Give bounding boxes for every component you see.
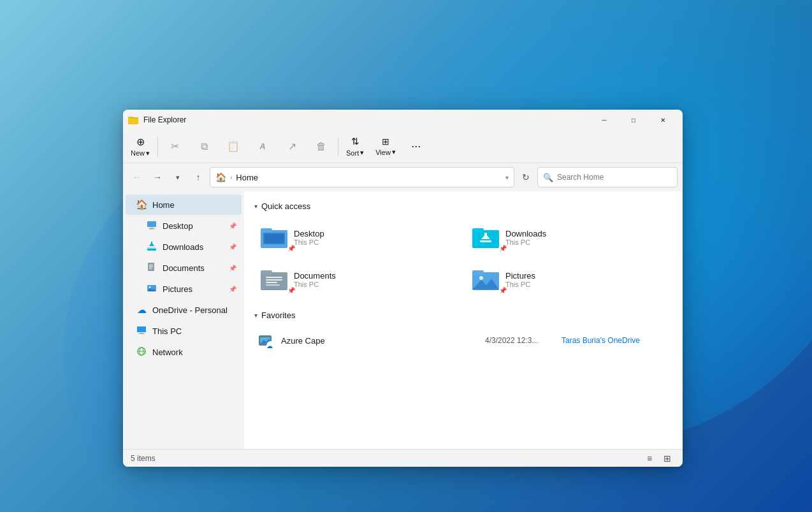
- cut-button[interactable]: ✂: [161, 133, 189, 161]
- sidebar-item-pictures[interactable]: Pictures 📌: [126, 279, 242, 299]
- network-icon: [136, 346, 147, 358]
- favorites-chevron[interactable]: ▾: [254, 312, 257, 319]
- sidebar-item-documents[interactable]: Documents 📌: [126, 258, 242, 278]
- title-bar-icon: [128, 115, 138, 125]
- copy-icon: ⧉: [201, 141, 208, 152]
- pictures-nav-icon: [146, 283, 157, 295]
- desktop-icon: [146, 220, 157, 232]
- paste-button[interactable]: 📋: [219, 133, 247, 161]
- view-toggles: ≡ ⊞: [642, 451, 675, 466]
- status-bar: 5 items ≡ ⊞: [123, 449, 683, 467]
- favorites-header: ▾ Favorites: [254, 311, 672, 320]
- documents-folder-icon: [261, 266, 287, 293]
- svg-rect-34: [484, 233, 487, 239]
- sidebar: 🏠 Home Desktop 📌 Downloads 📌: [123, 191, 244, 449]
- fav-date-azure-cape: 4/3/2022 12:3...: [485, 336, 555, 345]
- view-button[interactable]: ⊞ View ▾: [370, 133, 401, 161]
- delete-button[interactable]: 🗑: [307, 133, 335, 161]
- sidebar-item-home[interactable]: 🏠 Home: [126, 194, 242, 215]
- svg-rect-35: [480, 240, 491, 242]
- favorites-label: Favorites: [261, 311, 295, 320]
- favorites-list: ☁ Azure Cape 4/3/2022 12:3... Taras Buri…: [254, 328, 672, 353]
- list-view-button[interactable]: ≡: [642, 451, 657, 466]
- svg-rect-7: [147, 249, 156, 251]
- copy-button[interactable]: ⧉: [190, 133, 218, 161]
- sidebar-item-desktop[interactable]: Desktop 📌: [126, 216, 242, 236]
- svg-rect-5: [149, 228, 155, 229]
- up-button[interactable]: ↑: [189, 168, 207, 186]
- svg-point-16: [149, 286, 151, 288]
- folder-item-documents[interactable]: Documents This PC 📌: [254, 261, 461, 298]
- sidebar-item-network[interactable]: Network: [126, 342, 242, 362]
- close-button[interactable]: ✕: [648, 110, 678, 130]
- share-icon: ↗: [288, 140, 296, 152]
- back-button[interactable]: ←: [128, 168, 146, 186]
- svg-rect-9: [151, 242, 152, 246]
- fav-azure-cape-icon: ☁: [257, 332, 275, 349]
- share-button[interactable]: ↗: [278, 133, 306, 161]
- svg-text:☁: ☁: [266, 342, 273, 349]
- svg-rect-39: [266, 277, 282, 278]
- item-count: 5 items: [131, 454, 156, 463]
- forward-button[interactable]: →: [149, 168, 166, 186]
- home-icon: 🏠: [136, 199, 147, 210]
- quick-access-header: ▾ Quick access: [254, 201, 672, 211]
- sidebar-label-downloads: Downloads: [163, 242, 224, 252]
- desktop-folder-pin: 📌: [287, 245, 295, 252]
- maximize-button[interactable]: □: [619, 110, 648, 130]
- sidebar-item-downloads[interactable]: Downloads 📌: [126, 237, 242, 257]
- sort-dropdown-arrow: ▾: [360, 149, 364, 157]
- desktop-folder-name: Desktop: [294, 229, 454, 238]
- folder-item-downloads[interactable]: Downloads This PC 📌: [466, 219, 672, 256]
- sidebar-item-thispc[interactable]: This PC: [126, 321, 242, 341]
- svg-rect-41: [266, 282, 277, 283]
- pictures-folder-name: Pictures: [505, 271, 666, 281]
- desktop-folder-sub: This PC: [294, 238, 454, 246]
- sidebar-label-pictures: Pictures: [163, 284, 224, 294]
- sort-label: Sort: [346, 149, 359, 157]
- paste-icon: 📋: [227, 140, 240, 152]
- new-button[interactable]: ⊕ New ▾: [126, 133, 155, 161]
- documents-folder-sub: This PC: [294, 281, 454, 288]
- sort-button[interactable]: ⇅ Sort ▾: [341, 133, 369, 161]
- main-area: 🏠 Home Desktop 📌 Downloads 📌: [123, 191, 683, 449]
- pictures-folder-icon: [472, 266, 499, 293]
- address-dropdown-icon[interactable]: ▾: [505, 174, 509, 181]
- downloads-folder-name: Downloads: [505, 229, 666, 238]
- address-sep: ›: [230, 174, 232, 181]
- fav-item-azure-cape[interactable]: ☁ Azure Cape 4/3/2022 12:3... Taras Buri…: [254, 328, 672, 353]
- refresh-button[interactable]: ↻: [517, 168, 535, 186]
- svg-point-46: [479, 276, 483, 280]
- address-bar[interactable]: 🏠 › Home ▾: [210, 167, 514, 187]
- downloads-folder-icon: [472, 224, 499, 251]
- sidebar-label-home: Home: [152, 200, 236, 210]
- sidebar-label-thispc: This PC: [152, 326, 236, 336]
- folder-item-desktop[interactable]: Desktop This PC 📌: [254, 219, 461, 256]
- downloads-nav-icon: [146, 241, 157, 253]
- folder-item-pictures[interactable]: Pictures This PC 📌: [466, 261, 672, 298]
- search-input[interactable]: [557, 173, 672, 182]
- onedrive-icon: ☁: [136, 304, 147, 316]
- pictures-folder-sub: This PC: [505, 281, 666, 288]
- sort-icon: ⇅: [351, 136, 359, 147]
- new-dropdown-arrow: ▾: [146, 149, 150, 157]
- grid-view-button[interactable]: ⊞: [660, 451, 675, 466]
- documents-folder-pin: 📌: [287, 287, 295, 294]
- downloads-folder-sub: This PC: [505, 238, 666, 246]
- minimize-button[interactable]: ─: [590, 110, 619, 130]
- desktop-folder-icon: [261, 224, 287, 251]
- sidebar-item-onedrive[interactable]: ☁ OneDrive - Personal: [126, 300, 242, 320]
- documents-nav-icon: [146, 262, 157, 274]
- delete-icon: 🗑: [316, 141, 326, 152]
- quick-access-grid: Desktop This PC 📌: [254, 219, 672, 298]
- recent-button[interactable]: ▾: [169, 168, 187, 186]
- downloads-folder-pin: 📌: [499, 245, 507, 252]
- nav-bar: ← → ▾ ↑ 🏠 › Home ▾ ↻ 🔍: [123, 163, 683, 191]
- toolbar: ⊕ New ▾ ✂ ⧉ 📋 A ↗ 🗑 ⇅ Sort: [123, 130, 683, 163]
- address-location: Home: [236, 173, 258, 182]
- search-box[interactable]: 🔍: [537, 167, 678, 187]
- rename-button[interactable]: A: [249, 133, 277, 161]
- svg-rect-38: [261, 272, 287, 289]
- more-button[interactable]: ···: [402, 133, 430, 161]
- quick-access-chevron[interactable]: ▾: [254, 203, 257, 210]
